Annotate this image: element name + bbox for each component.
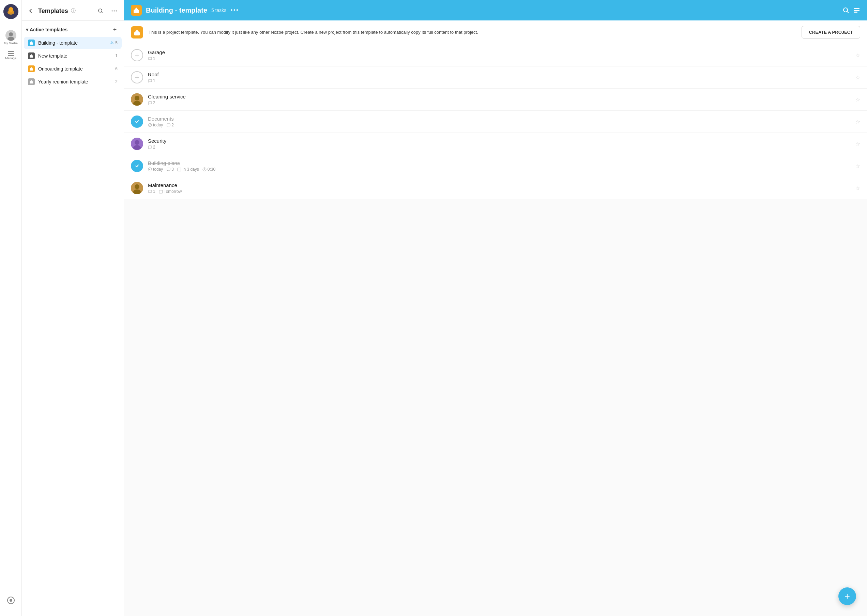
task-name-maintenance[interactable]: Maintenance xyxy=(148,182,851,188)
rss-icon xyxy=(110,41,114,45)
yearly-reunion-name: Yearly reunion template xyxy=(38,79,112,85)
task-name-documents[interactable]: Documents xyxy=(148,116,851,122)
topbar-title: Building - template xyxy=(146,6,207,14)
comment-count-security: 2 xyxy=(148,145,156,149)
onboarding-template-badge: 6 xyxy=(115,66,118,71)
building-template-icon xyxy=(28,39,35,46)
svg-point-30 xyxy=(135,140,139,145)
task-avatar-cleaning xyxy=(131,93,143,105)
sidebar: Templates ⓘ ▾ Active templates xyxy=(22,0,124,616)
svg-point-9 xyxy=(116,11,117,12)
mynozbe-label: My Nozbe xyxy=(4,42,18,45)
task-row: Documents today 2 ☆ xyxy=(124,111,867,133)
svg-rect-15 xyxy=(134,10,139,13)
task-star-maintenance[interactable]: ☆ xyxy=(855,185,860,192)
settings-icon xyxy=(7,597,15,604)
task-star-garage[interactable]: ☆ xyxy=(855,52,860,58)
task-meta-building-plans: today 3 In 3 days 0:30 xyxy=(148,167,851,172)
main-panel: Building - template 5 tasks ••• xyxy=(124,0,867,616)
task-meta-cleaning: 2 xyxy=(148,101,851,105)
task-name-roof[interactable]: Roof xyxy=(148,72,851,77)
info-banner: This is a project template. You can modi… xyxy=(124,20,867,44)
svg-rect-14 xyxy=(30,82,33,83)
task-star-roof[interactable]: ☆ xyxy=(855,74,860,81)
task-info-maintenance: Maintenance 1 Tomorrow xyxy=(148,182,851,194)
active-templates-section: ▾ Active templates + xyxy=(22,21,124,36)
svg-rect-19 xyxy=(854,12,858,13)
fab-add-button[interactable]: + xyxy=(839,588,856,605)
due-tomorrow-maintenance: Tomorrow xyxy=(159,189,182,194)
task-meta-maintenance: 1 Tomorrow xyxy=(148,189,851,194)
task-circle-building-plans[interactable] xyxy=(131,160,143,172)
due-today-documents: today xyxy=(148,123,163,127)
svg-rect-17 xyxy=(854,8,859,9)
sidebar-item-manage[interactable]: Manage xyxy=(3,48,19,63)
topbar-more-button[interactable]: ••• xyxy=(230,7,239,14)
task-circle-garage[interactable] xyxy=(131,49,143,61)
task-meta-security: 2 xyxy=(148,145,851,149)
sidebar-search-button[interactable] xyxy=(95,5,106,16)
sidebar-item-onboarding-template[interactable]: Onboarding template 6 xyxy=(24,63,122,75)
task-name-garage[interactable]: Garage xyxy=(148,49,851,55)
settings-item[interactable] xyxy=(3,593,19,608)
topbar-layout-button[interactable] xyxy=(853,7,860,14)
chevron-icon: ▾ xyxy=(26,27,28,32)
svg-rect-40 xyxy=(159,190,162,193)
task-circle-roof[interactable] xyxy=(131,71,143,83)
sidebar-more-button[interactable] xyxy=(109,5,120,16)
yearly-reunion-badge: 2 xyxy=(115,79,118,84)
new-template-badge: 1 xyxy=(115,53,118,58)
task-star-security[interactable]: ☆ xyxy=(855,141,860,147)
create-project-button[interactable]: CREATE A PROJECT xyxy=(802,26,860,39)
svg-point-26 xyxy=(135,96,139,101)
topbar: Building - template 5 tasks ••• xyxy=(124,0,867,20)
task-info-cleaning: Cleaning service 2 xyxy=(148,94,851,105)
svg-point-16 xyxy=(843,8,848,12)
onboarding-template-name: Onboarding template xyxy=(38,66,112,72)
task-circle-documents[interactable] xyxy=(131,115,143,128)
task-star-building-plans[interactable]: ☆ xyxy=(855,163,860,169)
task-info-garage: Garage 1 xyxy=(148,49,851,61)
company-avatar[interactable] xyxy=(3,4,19,19)
duration-building-plans: In 3 days xyxy=(177,167,199,172)
content-area: This is a project template. You can modi… xyxy=(124,20,867,616)
task-row: Security 2 ☆ xyxy=(124,133,867,155)
svg-rect-12 xyxy=(30,55,33,58)
task-name-cleaning[interactable]: Cleaning service xyxy=(148,94,851,99)
task-star-cleaning[interactable]: ☆ xyxy=(855,96,860,103)
svg-rect-10 xyxy=(30,42,33,45)
task-star-documents[interactable]: ☆ xyxy=(855,119,860,125)
sidebar-info-icon[interactable]: ⓘ xyxy=(71,8,76,14)
task-name-security[interactable]: Security xyxy=(148,138,851,144)
new-template-icon xyxy=(28,52,35,59)
svg-point-8 xyxy=(114,11,115,12)
svg-point-7 xyxy=(112,11,113,12)
time-building-plans: 0:30 xyxy=(203,167,216,172)
comment-count-building-plans: 3 xyxy=(166,167,174,172)
sidebar-item-new-template[interactable]: New template 1 xyxy=(24,50,122,62)
task-name-building-plans[interactable]: Building plans xyxy=(148,160,851,166)
task-row: Cleaning service 2 ☆ xyxy=(124,89,867,111)
comment-count-maintenance: 1 xyxy=(148,189,156,194)
task-row: Roof 1 ☆ xyxy=(124,66,867,89)
task-list: Garage 1 ☆ xyxy=(124,44,867,199)
task-meta-garage: 1 xyxy=(148,56,851,61)
add-template-button[interactable]: + xyxy=(110,25,120,35)
task-info-building-plans: Building plans today 3 In 3 days xyxy=(148,160,851,172)
task-avatar-maintenance xyxy=(131,182,143,194)
sidebar-item-mynozbe[interactable]: My Nozbe xyxy=(3,30,19,45)
comment-count-documents: 2 xyxy=(166,123,174,127)
due-today-building-plans: today xyxy=(148,167,163,172)
svg-point-38 xyxy=(135,184,139,189)
task-info-roof: Roof 1 xyxy=(148,72,851,83)
back-button[interactable] xyxy=(26,6,35,16)
sidebar-item-building-template[interactable]: Building - template 5 xyxy=(24,37,122,49)
topbar-search-button[interactable] xyxy=(842,7,849,14)
onboarding-template-icon xyxy=(28,65,35,72)
svg-rect-13 xyxy=(30,69,33,71)
building-template-name: Building - template xyxy=(38,40,107,46)
info-banner-text: This is a project template. You can modi… xyxy=(149,29,796,36)
sidebar-title: Templates xyxy=(38,8,68,15)
task-meta-documents: today 2 xyxy=(148,123,851,127)
sidebar-item-yearly-reunion-template[interactable]: Yearly reunion template 2 xyxy=(24,75,122,88)
